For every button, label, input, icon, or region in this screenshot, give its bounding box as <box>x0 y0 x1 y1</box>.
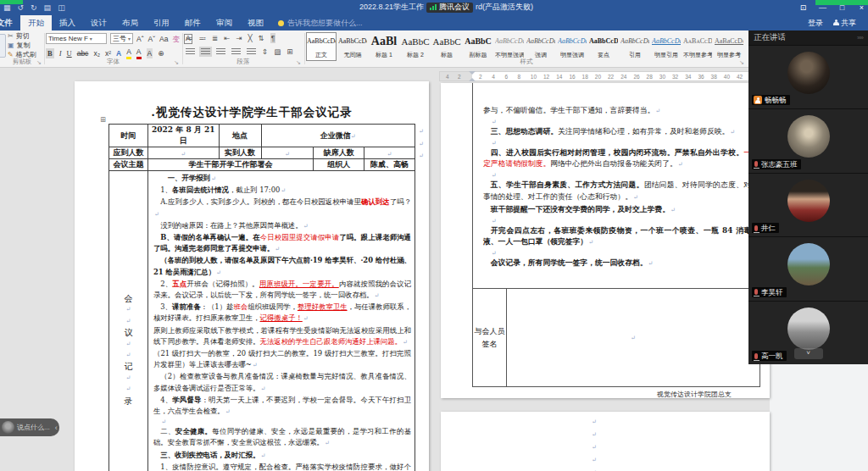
clipboard-dialog-launcher[interactable]: ↘ <box>36 59 42 66</box>
phonetic-guide-icon[interactable]: 变 <box>172 34 180 44</box>
participant-tile[interactable]: 高一凯˅ <box>748 301 868 364</box>
superscript-button[interactable]: x² <box>105 48 111 58</box>
font-dialog-launcher[interactable]: ↘ <box>174 59 179 66</box>
first-line-indent-marker[interactable] <box>469 71 476 75</box>
increase-indent-button[interactable]: ⇥ <box>236 33 242 43</box>
hanging-indent-marker[interactable] <box>469 78 476 81</box>
meeting-info-table[interactable]: 时间 2022 年 8 月 21 日 地点 企业微信↵ 应到人数 ↵ 实到人数 … <box>108 124 415 471</box>
paragraph[interactable]: 原则上教师应采取线下教学模式，若课程有学生受疫情影响无法返校应采用线上和线下同步… <box>153 325 411 348</box>
style-item-标题[interactable]: AaBbC标题 <box>431 32 462 61</box>
meeting-chat-pill[interactable]: 说点什么... ‹ <box>0 418 59 436</box>
italic-button[interactable]: I <box>59 48 62 58</box>
align-center-button[interactable] <box>201 48 210 55</box>
style-item-正文[interactable]: AaBbCcDd正文 <box>306 32 337 61</box>
tell-me-box[interactable]: 告诉我您想要做什么... <box>271 15 370 30</box>
paragraph[interactable]: 1、各班回去统计情况，截止到 17:00↵ <box>153 185 411 197</box>
ribbon-tab-文件[interactable]: 文件 <box>0 15 20 30</box>
paragraph[interactable]: 3、课前准备：（1）趁班会组织班级同学，整理好教室卫生，与任课教师联系，核对好课… <box>153 302 411 324</box>
subscript-button[interactable]: x₂ <box>93 48 100 58</box>
asian-layout-button[interactable]: ╳ <box>248 33 252 43</box>
paragraph[interactable]: B、请假的名单再确认一遍。在今日校园里提交请假申请了吗。跟上课老师沟通了吗。沟通… <box>153 232 411 255</box>
ribbon-tab-引用[interactable]: 引用 <box>146 15 177 30</box>
sign-in-button[interactable]: 登录 <box>808 18 823 29</box>
font-size-dropdown[interactable]: 三号▾ <box>110 33 133 44</box>
bold-button[interactable]: B <box>46 48 54 58</box>
underline-button[interactable]: U <box>67 48 72 58</box>
style-item-无间隔[interactable]: AaBbCcDd无间隔 <box>337 32 368 61</box>
strikethrough-button[interactable]: abc <box>77 48 89 58</box>
ribbon-tab-布局[interactable]: 布局 <box>114 15 146 30</box>
ribbon-tab-视图[interactable]: 视图 <box>240 15 271 30</box>
redo-icon[interactable]: ↻ <box>31 0 37 15</box>
styles-dialog-launcher[interactable]: ↘ <box>739 59 744 66</box>
grow-font-icon[interactable]: Aˆ <box>136 34 144 44</box>
participant-tile[interactable]: 畅畅畅 <box>748 45 868 108</box>
numbering-button[interactable]: ≕ <box>199 33 207 43</box>
paragraph[interactable]: 二、安全健康。每位同学的健康、安全，永远是最重要的，是学习和工作的基础。安全教育… <box>153 426 411 449</box>
multilevel-list-button[interactable]: ≣ <box>212 33 218 43</box>
paragraph[interactable]: ↵ <box>483 171 751 180</box>
paragraph[interactable]: A.应到多少人，实到多少人。到校的，都在今日校园返校申请里确认到达了吗？↵ <box>153 197 411 219</box>
paragraph[interactable]: （2）检查教室设备与教具准备情况：课桌椅数量与完好情况、教具准备情况、多媒体设备… <box>153 371 411 394</box>
tencent-meeting-chip[interactable]: 腾讯会议 <box>426 3 473 13</box>
justify-button[interactable] <box>231 48 241 55</box>
paragraph[interactable]: 三、收到疾控电话，及时汇报。↵ <box>153 450 411 462</box>
style-item-要点[interactable]: AaBbCcDd要点 <box>588 32 619 61</box>
cut-button[interactable]: ✂剪切 <box>8 32 36 41</box>
paste-button[interactable] <box>0 34 6 58</box>
paragraph[interactable]: 四、进入校园后实行相对封闭管理，校园内闭环流动。严禁私自外出学校。一定严格请销假… <box>483 147 751 172</box>
style-item-明显强调[interactable]: AaBbCcDd明显强调 <box>557 32 587 61</box>
paragraph[interactable]: （各班的到校人数，请假名单及原因下午六点前·19 给李昊轩、·20 给付杜涵、2… <box>153 255 411 278</box>
paragraph-dialog-launcher[interactable]: ↘ <box>296 59 301 66</box>
ribbon-display-options-icon[interactable]: ⊡ <box>793 0 813 15</box>
ribbon-tab-设计[interactable]: 设计 <box>83 15 114 30</box>
copy-button[interactable]: ▣复制 <box>8 42 36 50</box>
style-item-引用[interactable]: AaBbCcDd引用 <box>620 32 650 61</box>
collapse-panel-icon[interactable]: »» <box>857 34 863 42</box>
shading-button[interactable]: ▨ <box>274 47 281 57</box>
ribbon-tab-邮件[interactable]: 邮件 <box>177 15 209 30</box>
style-item-明显参考[interactable]: AaBaCcDdI明显参考 <box>714 32 744 61</box>
paragraph[interactable]: ↵ <box>483 217 751 225</box>
participant-tile[interactable]: 张志豪五班 <box>748 108 868 172</box>
paragraph[interactable]: 五、学生干部自身素质、工作方式方法问题。团结问题、对待同学的态度、对事情的处理、… <box>483 180 751 204</box>
paragraph[interactable]: 4、学风督导：明天第一天上课，不要迟到，学校一定会督导。今天下午打扫卫生，六点学… <box>153 395 411 418</box>
style-item-标题 2[interactable]: AaBbC标题 2 <box>400 32 431 61</box>
text-effects-button[interactable]: A <box>116 48 121 58</box>
sort-button[interactable]: ⇅ <box>259 33 264 43</box>
decrease-indent-button[interactable]: ⇤ <box>224 33 230 43</box>
meeting-record-body-continued[interactable]: 参与，不偏听偏信。学生干部下通知，言辞要得当。↵↵三、思想动态调研。关注同学情绪… <box>473 83 760 289</box>
chat-placeholder[interactable]: 说点什么... <box>17 423 50 432</box>
paragraph[interactable]: 会议记录，所有同学统一签字，统一回收存档。↵ <box>483 258 751 270</box>
style-item-明显引用[interactable]: AaBbCcDd明显引用 <box>651 32 682 61</box>
table-move-handle-icon[interactable]: ⊞ <box>100 115 107 124</box>
print-icon[interactable]: ▤ <box>44 0 52 15</box>
ribbon-tab-开始[interactable]: 开始 <box>20 15 52 30</box>
document-page-left[interactable]: .视觉传达设计学院学生干部会议记录 ⊞ ↵↵↵ 时间 2022 年 8 月 21… <box>75 81 429 471</box>
document-next-page[interactable]: ↵↵↵↵↵ <box>441 412 770 471</box>
expand-more-button[interactable]: ˅ <box>794 348 823 359</box>
ribbon-tab-插入[interactable]: 插入 <box>52 15 83 30</box>
paragraph[interactable]: 三、思想动态调研。关注同学情绪和心理，如有异常，及时和老师反映。↵ <box>483 126 751 139</box>
distribute-button[interactable] <box>247 48 256 55</box>
align-left-button[interactable] <box>186 48 195 55</box>
style-item-不明显强调[interactable]: AaBbCcDd不明显强调 <box>494 32 525 61</box>
horizontal-ruler[interactable]: 4224681012141618202224262830323436384042… <box>439 71 770 81</box>
share-button[interactable]: 共享 <box>833 18 856 29</box>
style-item-标题 1[interactable]: AaBl标题 1 <box>369 32 399 61</box>
participant-tile[interactable]: 李昊轩 <box>748 236 868 300</box>
borders-button[interactable]: ⊞ <box>287 47 292 57</box>
style-item-副标题[interactable]: AaBbC副标题 <box>463 32 493 61</box>
shrink-font-icon[interactable]: Aˇ <box>148 34 156 44</box>
paragraph[interactable]: ↵ <box>153 418 411 426</box>
change-case-icon[interactable]: Aa <box>159 34 168 44</box>
paragraph[interactable]: 班干部提醒一下还没有交学费的同学，及时交上学费。↵ <box>483 204 751 217</box>
character-shading-button[interactable]: A <box>147 48 153 58</box>
paragraph[interactable]: 开完会四点左右，各班班委来领防疫物资，一个班一个喷壶、一瓶 84 消毒液、一人一… <box>483 225 751 250</box>
paragraph[interactable]: 没到的啥原因：在路上？其他原因简单概述。↵ <box>153 220 411 232</box>
signature-area-cell[interactable]: ↵ <box>507 289 760 387</box>
paragraph[interactable]: 一、开学报到↵ <box>153 173 411 185</box>
paragraph[interactable]: ↵ <box>483 249 751 258</box>
document-page-right[interactable]: 参与，不偏听偏信。学生干部下通知，言辞要得当。↵↵三、思想动态调研。关注同学情绪… <box>441 83 770 398</box>
font-name-dropdown[interactable]: Times New F▾ <box>46 33 107 44</box>
